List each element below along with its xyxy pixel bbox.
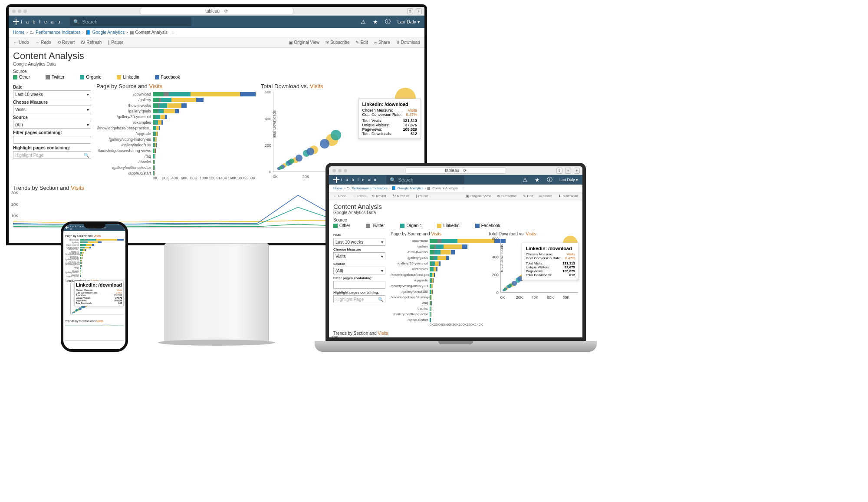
user-menu[interactable]: Lari Daly ▾ [398,19,420,25]
bar-row[interactable]: /how-it-works [391,249,483,255]
new-tab-icon[interactable]: + [416,8,422,14]
undo-button[interactable]: ← Undo [13,40,29,45]
undo-button[interactable]: ← Undo [333,194,346,198]
bar-row[interactable]: /faq [96,153,256,159]
legend-item[interactable]: Organic [80,75,101,79]
info-icon[interactable]: ⓘ [385,18,391,26]
bar-row[interactable]: /gallery [96,97,256,102]
bar-row[interactable]: /knowledgebase/best-practice.. [96,125,256,131]
source-select[interactable]: (All)▾ [333,267,385,274]
redo-button[interactable]: → Redo [352,194,365,198]
user-menu[interactable]: Lari Daly ▾ [559,178,578,182]
original-view-button[interactable]: ▣ Original View [466,194,491,198]
legend-item[interactable]: Twitter [366,223,385,228]
share-icon[interactable]: ⇪ [407,8,413,14]
browser-actions[interactable]: ⇪▫+ [556,168,580,174]
info-icon[interactable]: ⓘ [547,176,552,184]
legend-item[interactable]: Other [13,75,30,79]
bubble[interactable] [503,288,506,291]
date-select[interactable]: Last 10 weeks▾ [13,90,91,98]
bubble[interactable] [509,284,512,287]
edit-button[interactable]: ✎ Edit [355,40,368,45]
bar-row[interactable]: /download [96,91,256,97]
favorite-icon[interactable]: ★ [373,19,378,25]
browser-actions[interactable]: ⇪+ [407,8,422,14]
highlight-input[interactable]: Highlight Page🔍 [333,295,385,303]
filter-pages-input[interactable] [333,281,385,289]
bar-row[interactable]: /app/6.0/start [391,317,483,323]
share-button[interactable]: ∞ Share [539,194,552,198]
bar-row[interactable]: /gallery/netflix-selector [96,165,256,170]
search-input[interactable]: 🔍Search [70,17,191,26]
bar-row[interactable]: /thanks [391,306,483,311]
bar-row[interactable]: /thanks [96,159,256,165]
bubble[interactable] [76,309,79,311]
source-select[interactable]: (All)▾ [13,121,91,129]
legend-item[interactable]: Linkedin [437,223,459,228]
favorite-star-icon[interactable]: ☆ [171,30,175,35]
bar-row[interactable]: /gallery/voting-history-us [391,283,483,289]
bubble[interactable] [306,148,314,155]
legend-item[interactable]: Other [333,223,350,228]
favorite-star-icon[interactable]: ☆ [462,186,465,190]
measure-select[interactable]: Visits▾ [13,106,91,113]
bar-row[interactable]: /knowledgebase/sharing-views [96,148,256,153]
bubble[interactable] [512,281,516,286]
bar-row[interactable]: /app/6.0/start [96,170,256,176]
revert-button[interactable]: ⟲ Revert [57,40,75,45]
bar-row[interactable]: /gallery/voting-history-us [96,136,256,142]
bubble[interactable] [289,159,294,164]
legend-item[interactable]: Facebook [475,223,500,228]
crumb-ga[interactable]: Google Analytics [92,30,125,35]
redo-button[interactable]: → Redo [35,40,51,45]
crumb-perf[interactable]: Performance Indicators [352,186,388,190]
bar-row[interactable]: /gallery/taleof100 [96,142,256,148]
bar-row[interactable]: /how-it-works [96,102,256,108]
crumb-perf[interactable]: Performance Indicators [36,30,80,35]
bar-row[interactable]: /app/6.0/start [65,275,124,277]
download-button[interactable]: ⬇ Download [396,40,420,45]
bar-row[interactable]: /upgrade [391,277,483,283]
bar-row[interactable]: /download [391,238,483,244]
bar-row[interactable]: /gallery/30-years-cd [391,261,483,266]
subscribe-button[interactable]: ✉ Subscribe [497,194,517,198]
crumb-home[interactable]: Home [333,186,342,190]
url-bar[interactable]: tableau ⟳ [405,167,506,174]
legend-item[interactable]: Facebook [155,75,180,79]
bar-row[interactable]: /upgrade [96,131,256,136]
legend-item[interactable]: Organic [400,223,421,228]
tableau-logo[interactable]: t a b l e a u [13,19,61,25]
bar-row[interactable]: /gallery [391,244,483,249]
tableau-logo[interactable]: t a b l e a u [65,225,86,230]
bubble[interactable] [73,312,74,313]
bar-row[interactable]: /knowledgebase/sharing-views [391,294,483,300]
bar-row[interactable]: /gallery/30-years-cd [96,114,256,119]
crumb-home[interactable]: Home [13,30,25,35]
edit-button[interactable]: ✎ Edit [523,194,533,198]
bubble[interactable] [296,155,302,162]
bubble[interactable] [331,130,341,140]
bar-row[interactable]: /gallery/goals [391,255,483,261]
highlight-input[interactable]: Highlight Page🔍 [13,151,91,159]
revert-button[interactable]: ⟲ Revert [372,194,386,198]
page-by-source-chart[interactable]: Page by Source and Visits /download/gall… [96,83,256,180]
tableau-logo[interactable]: t a b l e a u [333,177,378,183]
search-input[interactable]: 🔍Search [386,175,464,184]
url-bar[interactable]: tableau ⟳ [140,8,293,14]
bar-row[interactable]: /knowledgebase/best-practice.. [391,272,483,277]
alert-icon[interactable]: ⚠ [523,177,528,183]
pause-button[interactable]: ‖ Pause [108,40,123,45]
bar-row[interactable]: /examples [96,119,256,125]
bubble[interactable] [320,139,329,149]
refresh-button[interactable]: 🗘 Refresh [392,194,409,198]
bar-row[interactable]: /gallery/netflix-selector [391,311,483,317]
subscribe-button[interactable]: ✉ Subscribe [326,40,349,45]
new-tab-icon[interactable]: ▫ [565,168,571,174]
trends-chart[interactable]: Trends by Section and Visits 10K20K30K N… [333,331,578,337]
date-select[interactable]: Last 10 weeks▾ [333,238,385,246]
crumb-ga[interactable]: Google Analytics [398,186,424,190]
favorite-icon[interactable]: ★ [535,177,540,183]
legend-item[interactable]: Linkedin [117,75,139,79]
share-icon[interactable]: ⇪ [556,168,562,174]
download-button[interactable]: ⬇ Download [558,194,578,198]
